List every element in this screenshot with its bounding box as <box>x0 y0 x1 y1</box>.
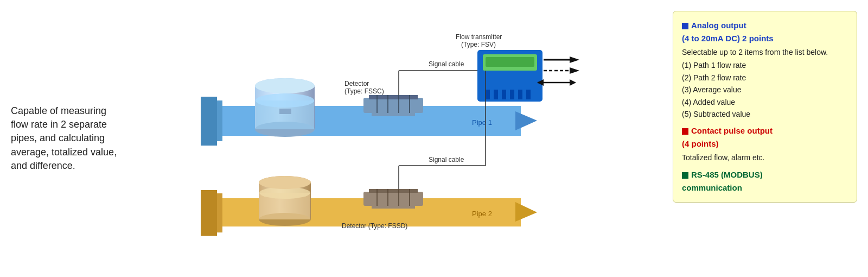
svg-rect-32 <box>510 90 514 99</box>
svg-rect-55 <box>369 189 418 193</box>
svg-marker-44 <box>515 202 537 222</box>
svg-text:Detector (Type: FSSD): Detector (Type: FSSD) <box>342 222 407 230</box>
green-square-icon <box>682 172 688 179</box>
svg-rect-11 <box>279 109 291 114</box>
list-item-2: (2) Path 2 flow rate <box>682 72 848 84</box>
list-item-3: (3) Average value <box>682 84 848 96</box>
svg-rect-28 <box>486 57 534 67</box>
svg-text:Pipe 2: Pipe 2 <box>472 210 492 218</box>
list-item-1: (1) Path 1 flow rate <box>682 59 848 71</box>
svg-rect-56 <box>372 206 415 209</box>
output-list: (1) Path 1 flow rate (2) Path 2 flow rat… <box>682 59 848 120</box>
list-item-5: (5) Subtracted value <box>682 108 848 120</box>
contact-pulse-label: Contact pulse output(4 points) <box>682 126 773 148</box>
rs485-title: RS-485 (MODBUS)communication <box>682 168 848 194</box>
blue-square-icon <box>682 23 688 29</box>
analog-output-label: Analog output(4 to 20mA DC) 2 points <box>682 21 774 43</box>
svg-point-53 <box>259 176 311 189</box>
svg-text:Pipe 1: Pipe 1 <box>472 118 492 127</box>
analog-output-title: Analog output(4 to 20mA DC) 2 points <box>682 19 848 45</box>
list-item-4: (4) Added value <box>682 96 848 108</box>
svg-rect-47 <box>201 190 217 236</box>
contact-text: Totalized flow, alarm etc. <box>682 152 848 163</box>
selectable-text: Selectable up to 2 items from the list b… <box>682 46 848 58</box>
svg-rect-14 <box>372 113 415 116</box>
svg-rect-34 <box>526 90 531 99</box>
diagram-svg: Pipe 1 <box>119 5 673 272</box>
svg-text:Signal cable: Signal cable <box>429 60 464 68</box>
svg-text:Signal cable: Signal cable <box>429 156 464 163</box>
svg-rect-33 <box>518 90 522 99</box>
info-box: Analog output(4 to 20mA DC) 2 points Sel… <box>673 11 857 203</box>
svg-rect-29 <box>486 90 490 99</box>
svg-marker-1 <box>515 111 537 130</box>
diagram-area: Pipe 1 <box>119 5 673 272</box>
svg-rect-30 <box>494 90 498 99</box>
left-description: Capable of measuring flow rate in 2 sepa… <box>11 104 119 173</box>
svg-text:(Type: FSSC): (Type: FSSC) <box>344 87 384 95</box>
left-description-text: Capable of measuring flow rate in 2 sepa… <box>11 105 117 171</box>
main-container: Capable of measuring flow rate in 2 sepa… <box>0 0 868 277</box>
rs485-label: RS-485 (MODBUS)communication <box>682 170 763 192</box>
red-square-icon <box>682 128 688 135</box>
svg-text:(Type: FSV): (Type: FSV) <box>461 41 496 48</box>
svg-text:Detector: Detector <box>344 80 369 87</box>
svg-marker-37 <box>570 56 579 63</box>
svg-point-10 <box>255 78 315 93</box>
svg-rect-4 <box>201 97 217 146</box>
svg-rect-31 <box>502 90 506 99</box>
svg-point-9 <box>256 93 314 108</box>
svg-rect-13 <box>369 95 418 99</box>
svg-rect-54 <box>363 192 423 206</box>
svg-marker-42 <box>570 79 576 86</box>
svg-marker-39 <box>570 67 579 74</box>
svg-rect-12 <box>363 98 423 113</box>
contact-pulse-title: Contact pulse output(4 points) <box>682 124 848 150</box>
svg-text:Flow transmitter: Flow transmitter <box>456 33 502 41</box>
